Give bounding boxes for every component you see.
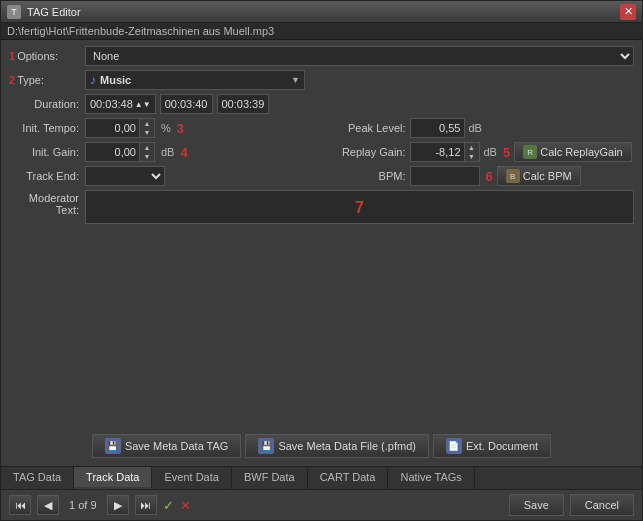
moderator-text-input[interactable] [85, 190, 634, 224]
replay-gain-input[interactable] [410, 142, 465, 162]
cancel-button[interactable]: Cancel [570, 494, 634, 516]
replay-gain-down[interactable]: ▼ [465, 152, 479, 161]
nav-first-button[interactable]: ⏮ [9, 495, 31, 515]
nav-last-button[interactable]: ⏭ [135, 495, 157, 515]
bpm-label: BPM: [326, 170, 406, 182]
replay-gain-label: Replay Gain: [326, 146, 406, 158]
nav-prev-button[interactable]: ◀ [37, 495, 59, 515]
nav-bar: ⏮ ◀ 1 of 9 ▶ ⏭ ✓ ✕ Save Cancel [1, 490, 642, 520]
filepath-bar: D:\fertig\Hot\Frittenbude-Zeitmaschinen … [1, 23, 642, 40]
section-right: Peak Level: dB Replay Gain: ▲ ▼ dB [326, 118, 635, 186]
nav-next-button[interactable]: ▶ [107, 495, 129, 515]
window: T TAG Editor ✕ D:\fertig\Hot\Frittenbude… [0, 0, 643, 521]
music-icon: ♪ [90, 73, 96, 87]
tab-track-data[interactable]: Track Data [74, 467, 152, 489]
init-gain-down[interactable]: ▼ [140, 152, 154, 161]
init-tempo-spinner: ▲ ▼ [85, 118, 155, 138]
tab-native-tags[interactable]: Native TAGs [388, 467, 474, 489]
duration-label: Duration: [9, 98, 79, 110]
type-dropdown[interactable]: ♪ Music ▼ [85, 70, 305, 90]
init-gain-unit: dB [161, 146, 174, 158]
tab-tag-data[interactable]: TAG Data [1, 467, 74, 489]
save-buttons-row: 💾 Save Meta Data TAG 💾 Save Meta Data Fi… [9, 430, 634, 460]
textarea-wrapper: 7 [85, 190, 634, 226]
init-tempo-down[interactable]: ▼ [140, 128, 154, 137]
duration-btn-3[interactable]: 00:03:39 [217, 94, 270, 114]
duration-arrow-1: ▲▼ [135, 100, 151, 109]
replay-gain-unit: dB [484, 146, 497, 158]
peak-level-row: Peak Level: dB [326, 118, 635, 138]
init-gain-up[interactable]: ▲ [140, 143, 154, 152]
peak-level-label: Peak Level: [326, 122, 406, 134]
num4-label: 4 [180, 145, 187, 160]
options-row: 1 Options: None [9, 46, 634, 66]
init-gain-spinner: ▲ ▼ [85, 142, 155, 162]
init-tempo-up[interactable]: ▲ [140, 119, 154, 128]
peak-level-input[interactable] [410, 118, 465, 138]
init-gain-arrows: ▲ ▼ [140, 142, 155, 162]
duration-btn-2[interactable]: 00:03:40 [160, 94, 213, 114]
save-meta-file-label: Save Meta Data File (.pfmd) [278, 440, 416, 452]
duration-btn-1[interactable]: 00:03:48 ▲▼ [85, 94, 156, 114]
tab-bwf-data[interactable]: BWF Data [232, 467, 308, 489]
replay-gain-spinner: ▲ ▼ [410, 142, 480, 162]
bpm-input[interactable] [410, 166, 480, 186]
save-meta-file-icon: 💾 [258, 438, 274, 454]
num5-label: 5 [503, 145, 510, 160]
init-gain-row: Init. Gain: ▲ ▼ dB 4 [9, 142, 318, 162]
init-gain-input[interactable] [85, 142, 140, 162]
titlebar: T TAG Editor ✕ [1, 1, 642, 23]
replay-gain-up[interactable]: ▲ [465, 143, 479, 152]
num6-label: 6 [486, 169, 493, 184]
titlebar-icon: T [7, 5, 21, 19]
close-button[interactable]: ✕ [620, 4, 636, 20]
moderator-row: ModeratorText: 7 [9, 190, 634, 426]
type-label: Type: [17, 74, 44, 86]
content-area: 1 Options: None 2 Type: ♪ Music ▼ Durati… [1, 40, 642, 466]
action-buttons: Save Cancel [509, 494, 634, 516]
track-end-label: Track End: [9, 170, 79, 182]
save-meta-tag-button[interactable]: 💾 Save Meta Data TAG [92, 434, 242, 458]
ext-document-label: Ext. Document [466, 440, 538, 452]
type-row: 2 Type: ♪ Music ▼ [9, 70, 634, 90]
init-tempo-row: Init. Tempo: ▲ ▼ % 3 [9, 118, 318, 138]
duration-row: Duration: 00:03:48 ▲▼ 00:03:40 00:03:39 [9, 94, 634, 114]
save-meta-tag-icon: 💾 [105, 438, 121, 454]
titlebar-title: TAG Editor [27, 6, 620, 18]
calc-replay-gain-label: Calc ReplayGain [540, 146, 623, 158]
nav-check-icon[interactable]: ✓ [163, 498, 174, 513]
calc-bpm-button[interactable]: B Calc BPM [497, 166, 581, 186]
ext-document-button[interactable]: 📄 Ext. Document [433, 434, 551, 458]
track-end-row: Track End: [9, 166, 318, 186]
duration-group: 00:03:48 ▲▼ 00:03:40 00:03:39 [85, 94, 269, 114]
init-tempo-unit: % [161, 122, 171, 134]
bpm-row: BPM: 6 B Calc BPM [326, 166, 635, 186]
duration-value-1: 00:03:48 [90, 98, 133, 110]
peak-level-unit: dB [469, 122, 482, 134]
save-button[interactable]: Save [509, 494, 564, 516]
duration-value-3: 00:03:39 [222, 98, 265, 110]
replay-gain-arrows: ▲ ▼ [465, 142, 480, 162]
tab-cart-data[interactable]: CART Data [308, 467, 389, 489]
init-gain-label: Init. Gain: [9, 146, 79, 158]
calc-bpm-icon: B [506, 169, 520, 183]
init-tempo-input[interactable] [85, 118, 140, 138]
options-select[interactable]: None [85, 46, 634, 66]
dropdown-arrow-icon: ▼ [291, 75, 300, 85]
ext-document-icon: 📄 [446, 438, 462, 454]
calc-replay-gain-button[interactable]: R Calc ReplayGain [514, 142, 632, 162]
num1-label: 1 [9, 50, 15, 62]
duration-value-2: 00:03:40 [165, 98, 208, 110]
nav-x-icon[interactable]: ✕ [180, 498, 191, 513]
type-value: Music [100, 74, 287, 86]
init-tempo-arrows: ▲ ▼ [140, 118, 155, 138]
two-col-section: Init. Tempo: ▲ ▼ % 3 Init. Gain: [9, 118, 634, 186]
page-indicator: 1 of 9 [65, 499, 101, 511]
tabs-bar: TAG Data Track Data Event Data BWF Data … [1, 466, 642, 490]
save-meta-file-button[interactable]: 💾 Save Meta Data File (.pfmd) [245, 434, 429, 458]
tab-event-data[interactable]: Event Data [152, 467, 231, 489]
track-end-select[interactable] [85, 166, 165, 186]
num3-label: 3 [177, 121, 184, 136]
calc-bpm-label: Calc BPM [523, 170, 572, 182]
section-left: Init. Tempo: ▲ ▼ % 3 Init. Gain: [9, 118, 318, 186]
